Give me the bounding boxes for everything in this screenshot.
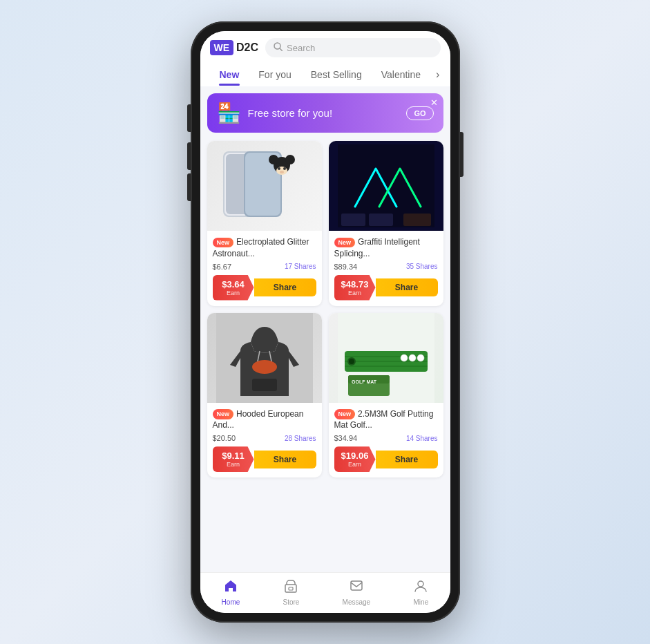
banner-close-button[interactable]: ✕ (430, 97, 438, 108)
svg-point-19 (252, 360, 277, 374)
svg-rect-20 (252, 379, 277, 391)
earn-share-row-1: $3.64 Earn Share (213, 275, 316, 301)
earn-button-3[interactable]: $9.11 Earn (213, 446, 254, 472)
product-info-2: NewGraffiti Intelligent Splicing... $89.… (329, 231, 443, 306)
nav-home[interactable]: Home (222, 578, 240, 606)
tabs-more-button[interactable]: › (430, 63, 445, 86)
tab-best-selling[interactable]: Best Selling (301, 64, 372, 86)
svg-point-39 (418, 581, 423, 587)
search-icon (274, 42, 283, 53)
svg-point-30 (417, 354, 424, 361)
product-image-3 (207, 313, 322, 403)
phone-screen: WE D2C Search New (200, 31, 450, 613)
product-title-2: NewGraffiti Intelligent Splicing... (334, 236, 438, 260)
new-badge-4: New (334, 409, 356, 419)
svg-point-12 (283, 167, 286, 170)
logo-d2c: D2C (236, 41, 258, 54)
product-card-3[interactable]: NewHooded European And... $20.50 28 Shar… (207, 313, 322, 478)
product-card-4[interactable]: GOLF MAT New2.5M3M Golf Putting Mat Golf… (329, 313, 443, 478)
product-title-3: NewHooded European And... (213, 408, 316, 432)
tab-for-you[interactable]: For you (249, 64, 300, 86)
phone-device: WE D2C Search New (191, 21, 460, 623)
product-price-2: $89.34 (334, 263, 358, 271)
nav-store-label: Store (283, 598, 299, 606)
logo[interactable]: WE D2C (210, 40, 259, 55)
product-image-1 (207, 141, 322, 231)
svg-text:GOLF MAT: GOLF MAT (352, 379, 377, 384)
nav-message-label: Message (343, 598, 371, 606)
earn-share-row-2: $48.73 Earn Share (334, 275, 438, 301)
product-title-4: New2.5M3M Golf Putting Mat Golf... (334, 408, 438, 432)
message-icon (349, 578, 364, 597)
svg-point-32 (401, 354, 408, 361)
search-bar[interactable]: Search (265, 38, 440, 57)
product-title-1: NewElectroplated Glitter Astronaut... (213, 236, 316, 260)
product-image-4: GOLF MAT (329, 313, 443, 403)
svg-rect-16 (369, 214, 393, 226)
svg-rect-36 (285, 585, 296, 592)
share-button-4[interactable]: Share (376, 451, 438, 468)
svg-rect-15 (341, 214, 365, 226)
product-price-1: $6.67 (213, 263, 232, 271)
product-meta-1: $6.67 17 Shares (213, 263, 316, 271)
tabs-bar: New For you Best Selling Valentine › (210, 63, 441, 86)
earn-button-4[interactable]: $19.06 Earn (334, 446, 376, 472)
nav-mine-label: Mine (414, 598, 429, 606)
earn-share-row-4: $19.06 Earn Share (334, 446, 438, 472)
product-info-3: NewHooded European And... $20.50 28 Shar… (207, 403, 322, 478)
earn-share-row-3: $9.11 Earn Share (213, 446, 316, 472)
home-icon (223, 578, 238, 597)
product-image-2 (329, 141, 443, 231)
nav-home-label: Home (222, 598, 240, 606)
svg-point-8 (269, 155, 278, 164)
product-shares-1: 17 Shares (285, 263, 316, 270)
promo-banner[interactable]: 🏪 Free store for you! GO ✕ (207, 93, 443, 133)
bottom-nav: Home Store (200, 572, 450, 613)
banner-go-button[interactable]: GO (406, 106, 433, 120)
new-badge-1: New (213, 238, 234, 248)
product-meta-4: $34.94 14 Shares (334, 434, 438, 442)
share-button-2[interactable]: Share (376, 278, 438, 296)
svg-rect-38 (351, 581, 362, 590)
logo-we: WE (210, 40, 234, 55)
product-price-4: $34.94 (334, 434, 358, 442)
product-card-1[interactable]: NewElectroplated Glitter Astronaut... $6… (207, 141, 322, 306)
banner-text: Free store for you! (248, 107, 400, 119)
store-nav-icon (283, 578, 298, 597)
svg-point-9 (285, 155, 295, 164)
product-meta-2: $89.34 35 Shares (334, 263, 438, 271)
svg-point-11 (278, 167, 280, 170)
product-shares-4: 14 Shares (406, 435, 438, 442)
new-badge-2: New (334, 238, 356, 248)
tab-valentine[interactable]: Valentine (372, 64, 430, 86)
product-card-2[interactable]: NewGraffiti Intelligent Splicing... $89.… (329, 141, 443, 306)
new-badge-3: New (213, 409, 234, 419)
mine-icon (413, 578, 428, 597)
svg-rect-17 (403, 214, 431, 226)
product-info-1: NewElectroplated Glitter Astronaut... $6… (207, 231, 322, 306)
svg-point-13 (280, 171, 284, 173)
earn-button-2[interactable]: $48.73 Earn (334, 275, 376, 301)
svg-point-29 (349, 359, 354, 364)
product-shares-3: 28 Shares (285, 435, 316, 442)
main-content: 🏪 Free store for you! GO ✕ (200, 86, 450, 572)
earn-button-1[interactable]: $3.64 Earn (213, 275, 254, 301)
svg-line-1 (280, 48, 283, 51)
share-button-1[interactable]: Share (254, 278, 316, 296)
product-shares-2: 35 Shares (406, 263, 438, 270)
nav-store[interactable]: Store (283, 578, 299, 606)
svg-point-31 (409, 354, 416, 361)
svg-rect-37 (289, 587, 293, 590)
product-info-4: New2.5M3M Golf Putting Mat Golf... $34.9… (329, 403, 443, 478)
products-grid: NewElectroplated Glitter Astronaut... $6… (207, 141, 443, 477)
header: WE D2C Search New (200, 31, 450, 86)
store-icon: 🏪 (217, 102, 241, 124)
product-price-3: $20.50 (213, 434, 236, 442)
nav-mine[interactable]: Mine (413, 578, 428, 606)
product-meta-3: $20.50 28 Shares (213, 434, 316, 442)
header-top: WE D2C Search (210, 38, 441, 57)
tab-new[interactable]: New (210, 64, 249, 86)
search-placeholder: Search (287, 43, 315, 53)
share-button-3[interactable]: Share (254, 451, 316, 468)
nav-message[interactable]: Message (343, 578, 371, 606)
